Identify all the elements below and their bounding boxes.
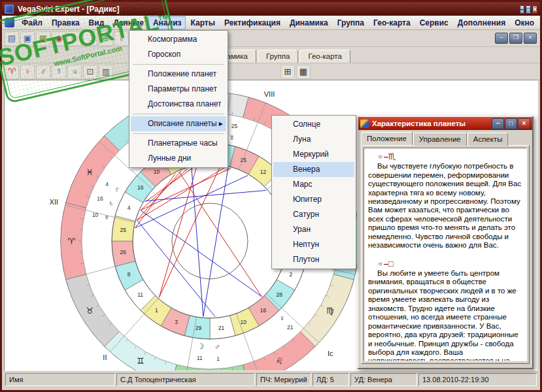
mdi-minimize-button[interactable]: – [495, 33, 508, 44]
planet-characteristics-dialog: Характеристика планеты –□× ПоложениеУпра… [357, 116, 534, 369]
house-label: XII [50, 198, 58, 206]
analysis-menu-item[interactable]: Описание планеты▶ [131, 116, 226, 131]
toolbar-table-icons: ⊞▦ [280, 65, 311, 79]
dialog-title: Характеристика планеты [372, 120, 491, 127]
planet-degree-number: 11 [197, 355, 203, 361]
status-lunar-day: ЛД: 5 [313, 373, 349, 386]
zodiac-sign-glyph: ♈ [67, 237, 75, 246]
planet-glyph: ♄ [108, 199, 114, 208]
submenu-arrow-icon: ▶ [219, 116, 223, 131]
degree-cell-number: 1 [155, 307, 158, 314]
planet-degree-number: 16 [97, 195, 103, 202]
status-name: Имя [5, 373, 115, 386]
dialog-close-button[interactable]: × [518, 118, 530, 129]
dialog-tab-pane: ♅–♏ Вы чувствуете глубокую потребность в… [361, 145, 530, 364]
analysis-menu-item[interactable]: Положение планет [131, 67, 226, 82]
menu-item[interactable]: Гео-карта [369, 16, 415, 29]
degree-cell-number: 3 [175, 319, 178, 325]
degree-cell-number: 28 [277, 291, 283, 298]
table-icon[interactable]: ▦ [296, 65, 311, 79]
analysis-menu-item[interactable]: Достоинства планет [131, 97, 226, 112]
app-icon [5, 5, 14, 14]
house-label: II [103, 353, 107, 361]
dialog-tabs: ПоложениеУправлениеАспекты [358, 130, 532, 145]
degree-cell-number: 10 [241, 319, 247, 325]
mdi-window-controls: –❐× [494, 33, 537, 44]
zodiac-sign-glyph: ♉ [86, 306, 94, 316]
mdi-maximize-button[interactable]: ❐ [509, 33, 522, 44]
menu-item[interactable]: Динамика [285, 16, 333, 29]
planet-menu-item[interactable]: Уран [273, 222, 354, 237]
zodiac-sign-glyph: ♍ [326, 306, 334, 316]
analysis-menu-item[interactable]: Гороскоп [131, 47, 226, 62]
minimize-button[interactable]: – [520, 5, 525, 14]
dialog-controls: –□× [491, 118, 530, 129]
description-paragraph-2: Вы любите и умеете быть центром внимания… [368, 269, 522, 361]
analysis-dropdown-menu: КосмограммаГороскопПоложение планетПарам… [129, 30, 228, 168]
degree-cell-number: 16 [260, 307, 267, 314]
planet-aspect-glyph: ♅–□ [377, 259, 522, 269]
planet-degree-number: 10 [92, 212, 99, 218]
document-tab[interactable]: Группа [258, 50, 298, 63]
mdi-close-button[interactable]: × [524, 33, 537, 44]
planet-glyph: ♂ [214, 342, 220, 351]
degree-cell-number: 11 [137, 291, 143, 298]
planet-menu-item[interactable]: Солнце [273, 117, 354, 132]
planet-menu-item[interactable]: Марс [273, 177, 354, 192]
planet-degree-number: 4 [105, 181, 109, 188]
menu-separator [133, 114, 224, 114]
status-coordinate-system: С.Д Топоцентрическая [116, 373, 255, 386]
status-day-ruler: УД: Венера [350, 373, 417, 386]
degree-cell-number: 21 [218, 325, 225, 331]
menu-item[interactable]: Ректификация [220, 16, 285, 29]
degree-cell-number: 26 [120, 249, 126, 255]
dialog-maximize-button[interactable]: □ [505, 118, 517, 129]
dialog-title-bar[interactable]: Характеристика планеты –□× [358, 117, 532, 130]
menu-item[interactable]: Сервис [415, 16, 453, 29]
degree-cell-number: 12 [260, 169, 267, 175]
house-label: VIII [264, 90, 275, 98]
analysis-menu-item[interactable]: Параметры планет [131, 82, 226, 97]
planet-menu-item[interactable]: Луна [273, 132, 354, 147]
planet-menu-item[interactable]: Плутон [273, 252, 354, 267]
document-tab[interactable]: Гео-карта [299, 50, 350, 63]
menu-item[interactable]: Группа [333, 16, 369, 29]
analysis-menu-item[interactable]: Лунные дни [131, 151, 226, 166]
analysis-menu-item[interactable]: Космограмма [131, 32, 226, 47]
dialog-icon [360, 120, 369, 128]
planet-description-text[interactable]: ♅–♏ Вы чувствуете глубокую потребность в… [364, 148, 527, 361]
planet-menu-item[interactable]: Нептун [273, 237, 354, 252]
analysis-menu-item[interactable]: Планетарные часы [131, 136, 226, 151]
status-planet-hour: ПЧ: Меркурий [256, 373, 311, 386]
degree-cell-number: 4 [127, 204, 131, 211]
degree-cell-number: 29 [195, 325, 202, 331]
degree-cell-number: 16 [137, 184, 144, 191]
planet-menu-item[interactable]: Меркурий [273, 147, 354, 162]
dialog-tab[interactable]: Аспекты [467, 133, 509, 146]
planet-glyph: ☿ [229, 133, 235, 142]
planet-menu-item[interactable]: Юпитер [273, 192, 354, 207]
menu-item[interactable]: Окно [510, 16, 539, 29]
maximize-button[interactable]: □ [526, 5, 531, 14]
menu-item[interactable]: Дополнения [453, 16, 510, 29]
stamp-tm: TM [157, 12, 169, 22]
planet-degree-number: 25 [231, 123, 238, 129]
menu-separator [133, 133, 224, 134]
planet-glyph: ♀ [279, 314, 285, 323]
menu-item[interactable]: Карты [186, 16, 219, 29]
status-bar: ИмяС.Д ТопоцентрическаяПЧ: МеркурийЛД: 5… [4, 371, 538, 388]
grid-icon[interactable]: ⊞ [280, 65, 295, 79]
dialog-minimize-button[interactable]: – [492, 118, 504, 129]
description-paragraph-1: Вы чувствуете глубокую потребность в сов… [368, 162, 522, 250]
zodiac-sign-glyph: ♌ [275, 356, 283, 366]
menu-separator [133, 64, 224, 65]
dialog-tab[interactable]: Управление [413, 133, 467, 146]
status-datetime: 13.08.2010-22:19:30 [418, 373, 537, 386]
menu-item[interactable]: ? [539, 16, 542, 29]
dialog-tab[interactable]: Положение [361, 132, 413, 145]
planet-menu-item[interactable]: Сатурн [273, 207, 354, 222]
degree-cell-number: 2 [289, 271, 292, 278]
planet-menu-item[interactable]: Венера [273, 162, 354, 177]
close-button[interactable]: × [532, 5, 537, 14]
planet-sign-glyph: ♅–♏ [377, 152, 522, 161]
